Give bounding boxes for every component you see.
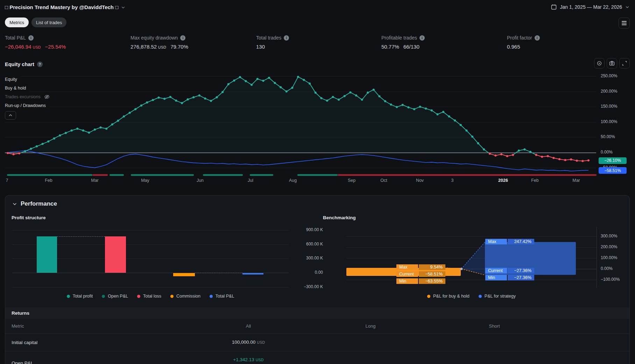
x-axis-label: May	[141, 178, 149, 183]
legend-item-label: Total loss	[143, 294, 161, 299]
profit-structure-legend: Total profitOpen P&LTotal lossCommission…	[12, 294, 289, 299]
equity-chart-title-text: Equity chart	[5, 62, 34, 67]
tab-metrics[interactable]: Metrics	[5, 17, 29, 27]
info-icon[interactable]: i	[284, 35, 289, 41]
legend-item-trades-excursions[interactable]: Trades excursions	[5, 92, 53, 101]
y-axis-label: 600.00 K	[295, 242, 323, 247]
range-tooltip-row: Current−27.36%	[485, 268, 534, 273]
legend-item-commission[interactable]: Commission	[170, 294, 200, 299]
legend-item-total-profit[interactable]: Total profit	[67, 294, 93, 299]
x-axis-label: Jul	[248, 178, 253, 183]
column-header-short: Short	[489, 323, 500, 329]
y-axis-label: −300.00 K	[295, 284, 323, 289]
profit-bar-total-p-l	[242, 273, 263, 274]
profit-structure-title: Profit structure	[12, 215, 46, 220]
chevron-down-icon	[12, 201, 17, 206]
range-tooltip-row: Min−63.55%	[396, 278, 445, 284]
metric-block: Max equity drawdowni276,878.52USD79.70%	[130, 35, 188, 50]
fullscreen-button[interactable]	[619, 58, 630, 69]
gridline	[12, 230, 289, 230]
range-tooltip-row: Max247.42%	[485, 239, 534, 244]
metric-value: 0.965	[507, 44, 540, 50]
metric-label: Total P&Li	[5, 35, 66, 41]
collapse-legend-button[interactable]	[5, 111, 16, 120]
y-axis-label: 100.00%	[601, 119, 617, 124]
metric-value-main: 130	[256, 44, 265, 50]
value-number: +1,342.13	[233, 357, 254, 362]
x-axis-label: Feb	[45, 178, 52, 183]
tooltip-label: Min	[396, 278, 418, 284]
legend-item-total-loss[interactable]: Total loss	[137, 294, 161, 299]
strategy-title-text: □ Precision Trend Mastery by @DaviddTech…	[5, 4, 118, 10]
metric-block: Profitable tradesi50.77%66/130	[381, 35, 425, 50]
legend-dot	[102, 295, 105, 298]
tooltip-value: −27.36%	[508, 268, 534, 273]
metric-value: 50.77%66/130	[381, 44, 425, 50]
metric-value-extra: −25.54%	[45, 44, 66, 50]
info-icon[interactable]: i	[419, 35, 425, 41]
y-axis-label: 0.00%	[601, 266, 613, 271]
current-value-badge: −58.51%	[599, 167, 627, 174]
profit-bar-commission	[173, 273, 195, 276]
column-header-metric: Metric	[12, 323, 24, 329]
column-header-all: All	[246, 323, 251, 329]
table-header-row: MetricAllLongShort	[5, 319, 629, 334]
report-layout-button[interactable]	[619, 17, 630, 29]
legend-dot	[137, 295, 140, 298]
metric-value-extra: 79.70%	[170, 44, 188, 50]
legend-item-label: Run-up / Drawdowns	[5, 103, 46, 108]
display-settings-button[interactable]	[594, 58, 605, 69]
performance-title: Performance	[21, 200, 57, 207]
y-axis-label: 200.00%	[601, 89, 617, 94]
metric-label-text: Total P&L	[5, 35, 26, 41]
legend-item-equity[interactable]: Equity	[5, 75, 21, 84]
metric-value-suffix: USD	[158, 45, 166, 49]
value-currency: USD	[257, 340, 265, 344]
y-axis-label: 900.00 K	[295, 227, 323, 232]
metric-value-main: −26,046.94	[5, 44, 31, 50]
date-range-picker[interactable]: Jan 1, 2025 — Mar 22, 2026	[551, 4, 629, 10]
performance-header[interactable]: Performance	[12, 200, 57, 207]
table-row: Initial capital100,000.00USD	[5, 334, 629, 351]
strategy-title[interactable]: □ Precision Trend Mastery by @DaviddTech…	[5, 4, 125, 10]
legend-item-open-p-l[interactable]: Open P&L	[102, 294, 128, 299]
strategy-tester-report: □ Precision Trend Mastery by @DaviddTech…	[0, 0, 635, 364]
legend-item-p-l-for-strategy[interactable]: P&L for strategy	[479, 294, 516, 299]
legend-item-buy-hold[interactable]: Buy & hold	[5, 84, 29, 92]
metric-value-main: 276,878.52	[130, 44, 157, 50]
x-axis-label: Nov	[416, 178, 424, 183]
performance-panel: Performance Profit structure 900.00 K600…	[5, 195, 630, 364]
eye-off-icon[interactable]	[44, 94, 50, 100]
tooltip-label: Max	[485, 239, 507, 244]
metric-label-text: Max equity drawdown	[130, 35, 178, 41]
equity-chart-plot[interactable]	[5, 73, 591, 177]
info-icon[interactable]: i	[180, 35, 185, 41]
legend-item-p-l-for-buy-hold[interactable]: P&L for buy & hold	[427, 294, 470, 299]
x-axis-label: Mar	[572, 178, 580, 183]
metric-label-text: Profitable trades	[381, 35, 417, 41]
x-axis-label: Jun	[197, 178, 204, 183]
y-axis-label: −100.00%	[601, 277, 620, 282]
legend-item-total-p-l[interactable]: Total P&L	[210, 294, 234, 299]
y-axis-label: 150.00%	[601, 104, 617, 109]
x-axis-label: 7	[6, 178, 8, 183]
returns-title: Returns	[12, 311, 29, 316]
x-axis-label: Sep	[348, 178, 355, 183]
legend-item-run-up-drawdowns[interactable]: Run-up / Drawdowns	[5, 101, 49, 110]
date-range-text: Jan 1, 2025 — Mar 22, 2026	[560, 4, 622, 10]
info-icon[interactable]: i	[535, 35, 540, 41]
metric-value: 130	[256, 44, 289, 50]
legend-item-label: Commission	[176, 294, 200, 299]
legend-dot	[170, 295, 174, 298]
tooltip-value: −27.36%	[508, 275, 534, 280]
legend-item-label: Trades excursions	[5, 94, 41, 99]
info-icon[interactable]: i	[28, 35, 34, 41]
legend-item-label: Buy & hold	[5, 86, 26, 91]
help-icon[interactable]: ?	[37, 62, 43, 67]
snapshot-button[interactable]	[607, 58, 617, 69]
menu-icon	[621, 21, 627, 26]
metric-block: Profit factori0.965	[507, 35, 540, 50]
legend-dot	[427, 295, 430, 298]
metric-block: Total tradesi130	[256, 35, 289, 50]
tab-list-of-trades[interactable]: List of trades	[31, 17, 66, 27]
